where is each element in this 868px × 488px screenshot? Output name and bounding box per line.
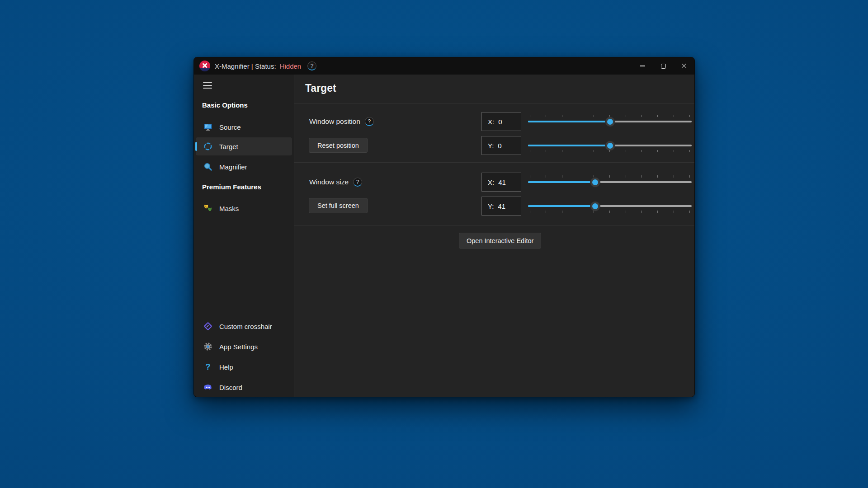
size-y-value: 41 — [498, 202, 505, 210]
window-position-help-icon[interactable]: ? — [365, 117, 374, 126]
status-badge: Hidden — [280, 62, 302, 70]
selected-accent-bar — [195, 142, 197, 151]
window-position-label: Window position — [309, 117, 360, 126]
page-title: Target — [305, 82, 336, 94]
position-x-value: 0 — [498, 118, 502, 126]
custom-crosshair-icon — [203, 321, 213, 331]
size-x-slider[interactable] — [528, 173, 692, 192]
slider-ticks — [530, 150, 690, 152]
sidebar: Basic Options Source — [194, 75, 294, 397]
position-y-slider[interactable] — [528, 136, 692, 155]
size-x-input[interactable]: X: 41 — [481, 173, 521, 192]
sidebar-item-label: App Settings — [219, 343, 258, 351]
sidebar-item-label: Magnifier — [219, 163, 247, 171]
sidebar-item-label: Help — [219, 363, 233, 371]
position-y-value: 0 — [498, 142, 501, 150]
sidebar-item-label: Discord — [219, 384, 242, 391]
sidebar-item-custom-crosshair[interactable]: Custom crosshair — [196, 318, 292, 335]
crosshair-icon — [203, 141, 213, 151]
slider-fill — [528, 181, 595, 183]
window-title: X-Magnifier | Status: Hidden ? — [215, 61, 316, 70]
close-button[interactable] — [674, 57, 694, 75]
sidebar-item-target[interactable]: Target — [196, 137, 292, 155]
discord-icon — [203, 382, 213, 392]
sidebar-item-label: Source — [219, 123, 241, 131]
sidebar-item-label: Custom crosshair — [219, 323, 272, 330]
sidebar-item-app-settings[interactable]: App Settings — [196, 338, 292, 355]
window-size-help-icon[interactable]: ? — [353, 178, 362, 187]
main-content: Target Window position ? Reset position … — [294, 75, 694, 397]
slider-thumb[interactable] — [605, 117, 615, 127]
position-y-prefix: Y: — [488, 142, 494, 150]
section-header-basic-options: Basic Options — [202, 101, 248, 109]
position-x-input[interactable]: X: 0 — [481, 112, 521, 131]
window-title-text: X-Magnifier | Status: — [215, 62, 276, 70]
slider-ticks — [530, 175, 690, 178]
titlebar-help-icon[interactable]: ? — [307, 61, 316, 70]
minimize-icon — [640, 66, 645, 66]
window-position-label-row: Window position ? — [309, 112, 374, 131]
slider-thumb[interactable] — [590, 202, 600, 211]
gear-icon — [203, 342, 213, 352]
close-icon — [681, 63, 687, 69]
size-x-prefix: X: — [488, 178, 494, 186]
section-divider — [294, 225, 694, 225]
window-size-label: Window size — [309, 178, 349, 186]
size-y-input[interactable]: Y: 41 — [481, 197, 521, 216]
sidebar-item-label: Target — [219, 143, 238, 150]
maximize-icon — [661, 64, 666, 69]
reset-position-button[interactable]: Reset position — [309, 138, 368, 153]
menu-toggle-button[interactable] — [203, 82, 212, 89]
sidebar-item-magnifier[interactable]: Magnifier — [196, 158, 292, 175]
header-divider — [294, 103, 694, 103]
masks-icon — [203, 203, 213, 213]
slider-fill — [528, 121, 610, 122]
slider-thumb[interactable] — [605, 141, 615, 150]
help-icon: ? — [203, 362, 213, 372]
sidebar-item-discord[interactable]: Discord — [196, 379, 292, 396]
set-full-screen-button[interactable]: Set full screen — [309, 198, 368, 213]
window-size-label-row: Window size ? — [309, 173, 362, 192]
window-controls — [632, 57, 694, 75]
app-window: X-Magnifier | Status: Hidden ? Basic Opt… — [193, 57, 695, 397]
slider-fill — [528, 145, 610, 146]
position-x-slider[interactable] — [528, 112, 692, 131]
position-y-input[interactable]: Y: 0 — [481, 136, 521, 155]
app-logo-icon — [199, 61, 210, 71]
size-y-slider[interactable] — [528, 197, 692, 216]
sidebar-item-source[interactable]: Source — [196, 118, 292, 136]
section-header-premium-features: Premium Features — [202, 183, 261, 191]
slider-fill — [528, 205, 595, 207]
sidebar-item-masks[interactable]: Masks — [196, 200, 292, 217]
slider-ticks — [530, 211, 690, 213]
minimize-button[interactable] — [632, 57, 653, 75]
maximize-button[interactable] — [653, 57, 674, 75]
sidebar-item-help[interactable]: ? Help — [196, 358, 292, 375]
monitor-icon — [203, 122, 213, 132]
sidebar-item-label: Masks — [219, 205, 239, 212]
magnifier-icon — [203, 162, 213, 172]
size-x-value: 41 — [498, 178, 506, 186]
titlebar[interactable]: X-Magnifier | Status: Hidden ? — [194, 57, 694, 75]
open-interactive-editor-button[interactable]: Open Interactive Editor — [459, 233, 541, 249]
size-y-prefix: Y: — [488, 202, 494, 210]
section-divider — [294, 162, 694, 163]
slider-thumb[interactable] — [590, 178, 600, 187]
position-x-prefix: X: — [488, 118, 494, 126]
